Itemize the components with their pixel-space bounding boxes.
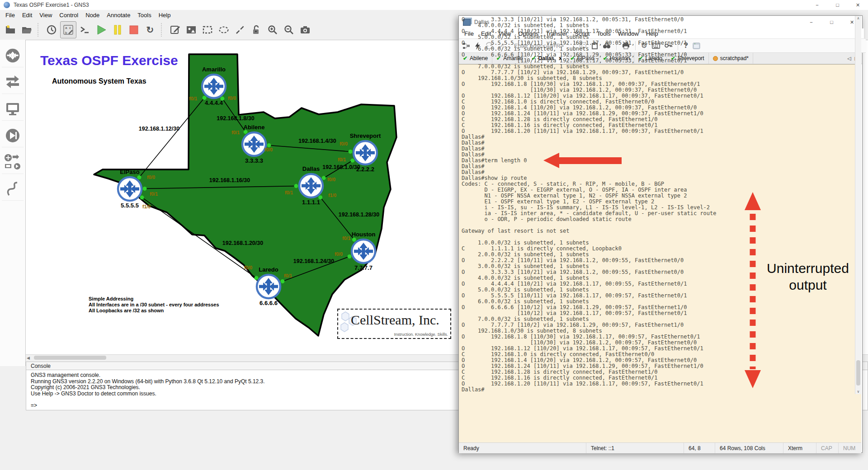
router-hostname: Laredo: [259, 266, 278, 273]
stop-icon: [128, 24, 139, 35]
zoom-in-icon: [267, 24, 278, 35]
interface-label: f0/0: [244, 265, 252, 270]
scrollbar-thumb[interactable]: [856, 360, 860, 385]
router-dallas[interactable]: [299, 174, 323, 197]
status-protocol: Telnet: ::1: [586, 443, 684, 453]
terminal-output[interactable]: O 3.3.3.3 [110/21] via 192.168.1.2, 00:0…: [462, 64, 717, 393]
folder-badge-icon: [5, 24, 16, 35]
router-hostname: Amarillo: [202, 66, 226, 73]
svg-text:c: c: [69, 26, 71, 30]
status-num-lock: NUM: [838, 443, 861, 453]
browse-end-devices-button[interactable]: [2, 98, 24, 121]
console-to-all-button[interactable]: [77, 22, 93, 38]
terminal-scrollbar[interactable]: ∧ ∨: [855, 64, 861, 394]
draw-ellipse-button[interactable]: [216, 22, 231, 38]
reload-icon: ↻: [146, 24, 154, 35]
gns3-menu-item[interactable]: Control: [56, 11, 82, 19]
cellstream-logo[interactable]: CellStream, Inc. Instruction. Knowledge.…: [337, 309, 451, 339]
minimize-button[interactable]: −: [807, 0, 827, 10]
image-icon: [186, 24, 197, 35]
status-ready: Ready: [459, 443, 586, 453]
cable-link-icon: [5, 181, 21, 197]
gns3-menu-item[interactable]: Node: [82, 11, 103, 19]
interface-label: f0/1: [338, 157, 346, 162]
toolbar-separator: [38, 23, 41, 37]
suspend-all-button[interactable]: [110, 22, 125, 38]
link-status-dot: [349, 150, 353, 154]
browse-switches-button[interactable]: [2, 71, 24, 94]
router-hostname: Dallas: [302, 165, 320, 172]
folder-open-icon: [21, 24, 32, 35]
add-note-button[interactable]: [167, 22, 183, 38]
zoom-out-icon: [283, 24, 294, 35]
canvas-subtitle: Autonomous System Texas: [52, 77, 146, 85]
add-link-button[interactable]: [2, 178, 24, 201]
minimize-button[interactable]: −: [801, 16, 821, 28]
link-subnet-label: 192.168.1.8/30: [217, 115, 254, 122]
router-laredo[interactable]: [257, 275, 280, 298]
interface-label: f0/0: [340, 141, 348, 146]
router-abilene[interactable]: [242, 132, 266, 156]
router-hostname: Houston: [352, 231, 376, 238]
screenshot-button[interactable]: [297, 22, 313, 38]
router-elpaso[interactable]: [118, 177, 142, 201]
status-cursor-position: 64, 8: [684, 443, 715, 453]
gns3-menu-item[interactable]: Annotate: [103, 11, 134, 19]
gns3-logo-icon: [4, 2, 10, 8]
router-shreveport[interactable]: [354, 141, 377, 164]
rectangle-icon: [202, 24, 213, 35]
terminal-screen[interactable]: O 3.3.3.3 [110/21] via 192.168.1.2, 00:0…: [459, 64, 861, 442]
link-status-dot: [294, 184, 298, 188]
gns3-menu-item[interactable]: File: [2, 11, 19, 19]
snapshots-button[interactable]: [44, 22, 59, 38]
terminal-window-controls: − □ ✕: [801, 16, 862, 28]
computer-icon: [5, 101, 21, 117]
show-interface-labels-button[interactable]: acb: [60, 21, 76, 38]
gns3-menu-item[interactable]: Tools: [134, 11, 155, 19]
draw-line-button[interactable]: [232, 22, 248, 38]
toolbar-separator: [161, 23, 164, 37]
interface-label: f1/0: [328, 193, 336, 198]
gns3-menu-item[interactable]: Edit: [19, 11, 36, 19]
router-gray-icon: [5, 47, 21, 64]
zoom-in-button[interactable]: [265, 22, 280, 38]
router-loopback: 3.3.3.3: [245, 157, 263, 164]
router-loopback: 4.4.4.4: [205, 99, 223, 106]
logo-tagline: Instruction. Knowledge. Skills.: [394, 332, 448, 337]
tab-prev-icon[interactable]: ◁: [847, 56, 851, 61]
interface-label: f1/0: [142, 204, 151, 209]
browse-all-devices-button[interactable]: [2, 151, 24, 174]
router-hostname: Abilene: [244, 124, 265, 131]
scroll-down-icon[interactable]: ∨: [855, 390, 861, 394]
router-houston[interactable]: [352, 240, 375, 263]
open-recent-project-button[interactable]: [3, 22, 18, 38]
gns3-menu-item[interactable]: Help: [155, 11, 175, 19]
link-subnet-label: 192.168.1.4/30: [298, 138, 336, 144]
insert-image-button[interactable]: [184, 22, 199, 38]
browse-security-devices-button[interactable]: [2, 124, 24, 147]
close-button[interactable]: ✕: [848, 0, 868, 10]
reload-all-button[interactable]: ↻: [142, 22, 158, 38]
gns3-menu-item[interactable]: View: [36, 11, 56, 19]
lock-unlock-button[interactable]: [249, 22, 264, 38]
start-all-button[interactable]: [94, 22, 109, 38]
draw-rectangle-button[interactable]: [200, 22, 215, 38]
logo-name: CellStream, Inc.: [351, 312, 439, 328]
scrollbar-thumb[interactable]: [34, 356, 106, 360]
svg-text:a: a: [65, 26, 67, 30]
open-project-button[interactable]: [19, 22, 34, 38]
maximize-button[interactable]: □: [827, 0, 848, 10]
browse-routers-button[interactable]: [2, 44, 24, 67]
router-amarillo[interactable]: [202, 75, 226, 98]
router-hostname: Shreveport: [350, 132, 381, 139]
zoom-out-button[interactable]: [281, 22, 297, 38]
console-icon: [80, 24, 90, 35]
desktop: Texas OSPF Exercise1 - GNS3 − □ ✕ FileEd…: [0, 0, 868, 470]
terminal-window: Dallas − □ ✕ FileEditViewOptionsTransfer…: [458, 15, 863, 453]
addressing-note-line: All Interfaces are in a /30 subnet - eve…: [89, 302, 219, 308]
maximize-button[interactable]: □: [821, 16, 842, 28]
scroll-left-icon[interactable]: ◀: [27, 355, 30, 361]
stop-all-button[interactable]: [126, 22, 142, 38]
status-terminal-size: 64 Rows, 108 Cols: [715, 443, 783, 453]
pause-icon: [112, 24, 123, 35]
